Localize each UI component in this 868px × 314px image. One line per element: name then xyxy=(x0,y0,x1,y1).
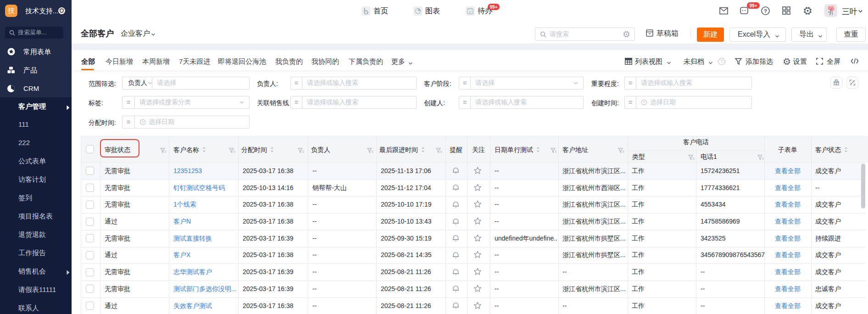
svg-text:?: ? xyxy=(720,59,723,64)
svg-text:?: ? xyxy=(764,8,767,14)
